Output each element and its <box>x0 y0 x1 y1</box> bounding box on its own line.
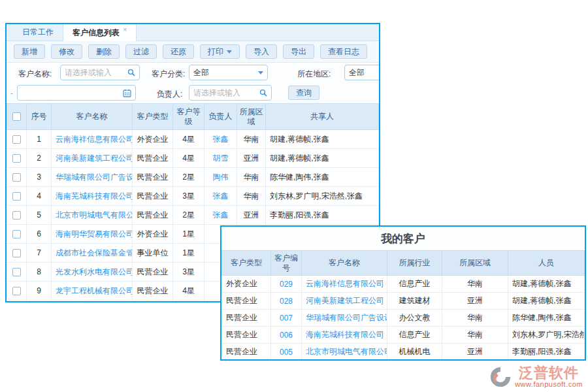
view-log-button[interactable]: 查看日志 <box>320 44 367 59</box>
add-button[interactable]: 新增 <box>14 44 45 59</box>
row-checkbox[interactable] <box>12 287 21 295</box>
chevron-down-icon <box>227 50 232 54</box>
row-checkbox[interactable] <box>12 192 21 201</box>
customer-code-link[interactable]: 005 <box>280 348 293 357</box>
search-icon[interactable] <box>259 89 267 97</box>
print-button[interactable]: 打印 <box>200 44 240 59</box>
customer-name-link[interactable]: 海南芜城科技有限公司 <box>56 191 133 201</box>
customer-name-link[interactable]: 北京市明城电气有限公司 <box>56 210 133 220</box>
customer-name-link[interactable]: 华瑞城有限公司广告设计部 <box>306 313 387 322</box>
customer-name-label: 客户名称: <box>18 69 52 80</box>
seq-cell: 9 <box>27 282 52 301</box>
table-row: 民营企业 006 海南芜城科技有限公司 信息产业 华南 刘东林,罗广明,宋浩然,… <box>222 327 585 344</box>
region-cell: 亚洲 <box>442 344 508 361</box>
customer-name-link[interactable]: 河南美新建筑工程公司 <box>56 154 133 163</box>
shared-cell: 李勤丽,阳强,张鑫 <box>266 206 379 225</box>
row-checkbox[interactable] <box>12 268 21 276</box>
seq-cell: 4 <box>27 187 52 206</box>
filter-row-2: - 负责人: 查询 <box>7 83 379 103</box>
shared-cell: 刘东林,罗广明,宋浩然,张鑫 <box>266 187 379 206</box>
tab-customer-list-label: 客户信息列表 <box>73 27 120 39</box>
row-checkbox[interactable] <box>12 211 21 220</box>
delete-button[interactable]: 删除 <box>88 44 120 59</box>
owner-link[interactable]: 张鑫 <box>213 135 229 144</box>
row-checkbox[interactable] <box>12 173 21 182</box>
shared-cell: 陈华健,陶伟,张鑫 <box>266 168 379 187</box>
customer-code-link[interactable]: 007 <box>280 314 293 323</box>
date-input[interactable] <box>22 88 120 97</box>
col-shared: 共享人 <box>266 104 379 130</box>
chevron-down-icon <box>258 71 263 74</box>
import-button[interactable]: 导入 <box>246 44 277 59</box>
seq-cell: 3 <box>27 168 52 187</box>
owner-link[interactable]: 胡雪 <box>213 154 229 163</box>
customer-table-header-row: 序号 客户名称 客户类型 客户等级 负责人 所属区域 共享人 <box>7 104 379 130</box>
col-seq: 序号 <box>27 104 52 130</box>
customer-code-link[interactable]: 028 <box>280 297 293 306</box>
shared-cell: 胡建,蒋德帧,张鑫 <box>266 149 379 168</box>
tab-daily-work-label: 日常工作 <box>22 27 54 38</box>
customer-name-link[interactable]: 光发水利水电有限公司 <box>56 267 133 276</box>
date-field <box>17 85 136 101</box>
region-input[interactable] <box>349 68 380 77</box>
table-row: 民营企业 007 华瑞城有限公司广告设计部 办公文教 华南 陈华健,陶伟,张鑫 <box>222 310 585 327</box>
type-cell: 民营企业 <box>133 187 173 206</box>
customer-category-select[interactable]: 全部 <box>189 65 268 80</box>
grade-cell: 4星 <box>173 149 204 168</box>
region-cell: 华南 <box>442 327 508 344</box>
table-row: 1 云南海祥信息有限公司 外资企业 4星 张鑫 华南 胡建,蒋德帧,张鑫 <box>7 130 379 149</box>
table-row: 民营企业 005 北京市明城电气有限公司 机械机电 亚洲 李勤丽,阳强,张鑫 <box>222 344 585 361</box>
owner-link[interactable]: 张鑫 <box>213 210 229 220</box>
row-checkbox[interactable] <box>12 249 21 257</box>
customer-name-link[interactable]: 龙宇工程机械有限公司 <box>56 286 133 295</box>
customer-code-link[interactable]: 029 <box>280 280 293 289</box>
customer-name-input[interactable] <box>65 68 125 77</box>
grade-cell: 4星 <box>173 282 204 301</box>
seq-cell: 2 <box>27 149 52 168</box>
filter-row-1: 客户名称: 客户分类: 全部 所在地区: <box>7 63 379 83</box>
customer-name-link[interactable]: 成都市社会保险基金管理... <box>56 248 133 257</box>
type-cell: 民营企业 <box>222 327 271 344</box>
owner-link[interactable]: 张鑫 <box>213 191 229 201</box>
region-label: 所在地区: <box>297 69 331 80</box>
filter-button[interactable]: 过滤 <box>125 44 157 59</box>
col-customer-type: 客户类型 <box>133 104 173 130</box>
row-checkbox[interactable] <box>12 230 21 238</box>
customer-name-link[interactable]: 北京市明城电气有限公司 <box>306 347 387 356</box>
export-button[interactable]: 导出 <box>283 44 314 59</box>
customer-name-link[interactable]: 云南海祥信息有限公司 <box>306 279 384 288</box>
edit-button[interactable]: 修改 <box>51 44 82 59</box>
customer-name-link[interactable]: 海南明华贸易有限公司 <box>56 229 133 238</box>
owner-link[interactable]: 陶伟 <box>213 172 229 182</box>
region-cell: 华南 <box>237 187 266 206</box>
type-cell: 外资企业 <box>222 276 271 293</box>
type-cell: 民营企业 <box>222 293 271 310</box>
customer-code-link[interactable]: 006 <box>280 331 293 340</box>
shared-cell: 胡建,蒋德帧,张鑫 <box>266 130 379 149</box>
customer-name-link[interactable]: 河南美新建筑工程公司 <box>306 296 384 305</box>
row-checkbox[interactable] <box>12 135 21 144</box>
select-all-checkbox[interactable] <box>12 112 21 121</box>
page: 日常工作 客户信息列表 × 新增 修改 删除 过滤 还原 打印 导入 导出 查看… <box>0 0 588 392</box>
tab-bar: 日常工作 客户信息列表 × <box>7 24 379 41</box>
owner-input[interactable] <box>193 88 257 97</box>
tab-daily-work[interactable]: 日常工作 <box>13 24 63 41</box>
search-icon[interactable] <box>127 69 135 76</box>
region-cell: 华南 <box>237 168 266 187</box>
calendar-icon[interactable] <box>123 89 131 97</box>
region-cell: 华南 <box>237 130 266 149</box>
grade-cell: 2星 <box>173 206 204 225</box>
staff-cell: 李勤丽,阳强,张鑫 <box>508 344 585 361</box>
restore-button[interactable]: 还原 <box>163 44 194 59</box>
seq-cell: 5 <box>27 206 52 225</box>
staff-cell: 陈华健,陶伟,张鑫 <box>508 310 585 327</box>
customer-name-link[interactable]: 云南海祥信息有限公司 <box>56 135 133 144</box>
customer-name-link[interactable]: 华瑞城有限公司广告设计部 <box>56 172 133 182</box>
tab-customer-list[interactable]: 客户信息列表 × <box>63 24 137 41</box>
close-icon[interactable]: × <box>123 25 127 33</box>
customer-name-link[interactable]: 海南芜城科技有限公司 <box>306 330 384 339</box>
query-button[interactable]: 查询 <box>288 86 319 100</box>
row-checkbox[interactable] <box>12 154 21 163</box>
industry-cell: 机械机电 <box>387 344 442 361</box>
table-row: 4 海南芜城科技有限公司 民营企业 3星 张鑫 华南 刘东林,罗广明,宋浩然,张… <box>7 187 379 206</box>
